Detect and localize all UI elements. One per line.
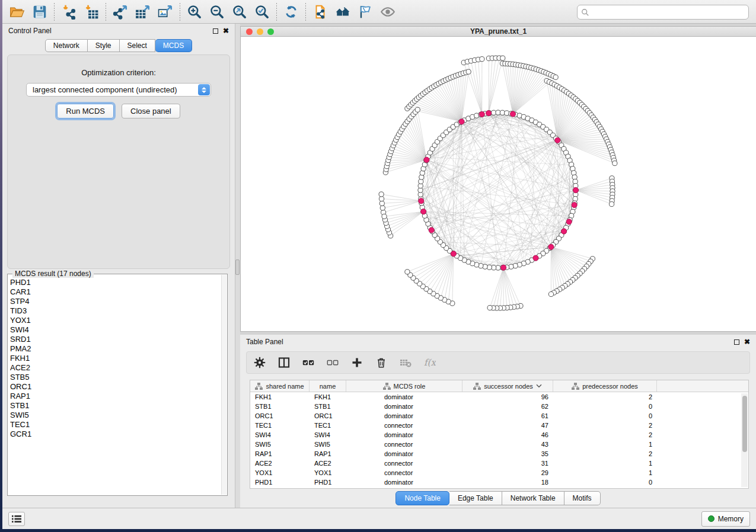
import-network-button[interactable] — [58, 2, 80, 21]
tab-mcds[interactable]: MCDS — [155, 39, 192, 52]
table-scrollbar-thumb[interactable] — [742, 396, 747, 452]
splitter-handle[interactable] — [235, 259, 240, 275]
table-settings-button[interactable] — [253, 355, 267, 370]
result-node-item[interactable]: TID3 — [10, 306, 221, 316]
add-row-button[interactable] — [350, 355, 364, 370]
result-node-item[interactable]: PMA2 — [10, 344, 221, 354]
result-node-item[interactable]: GCR1 — [10, 430, 221, 439]
table-row[interactable]: PHD1PHD1dominator180 — [250, 477, 748, 487]
tab-network[interactable]: Network — [45, 39, 88, 52]
network-node[interactable] — [609, 201, 614, 206]
close-panel-button[interactable]: Close panel — [122, 104, 180, 118]
network-node[interactable] — [419, 175, 424, 180]
zoom-out-button[interactable] — [206, 2, 228, 21]
tab-select[interactable]: Select — [120, 39, 155, 52]
result-node-item[interactable]: FKH1 — [10, 354, 221, 363]
network-node[interactable] — [548, 291, 553, 296]
column-header-MCDS-role[interactable]: MCDS role — [346, 380, 462, 392]
network-node-selected[interactable] — [486, 110, 491, 116]
result-node-item[interactable]: RAP1 — [10, 392, 221, 401]
network-node-selected[interactable] — [548, 244, 554, 249]
result-node-item[interactable]: ORC1 — [10, 382, 221, 392]
network-node-selected[interactable] — [459, 119, 464, 124]
zoom-selected-button[interactable] — [251, 2, 273, 21]
zoom-in-button[interactable] — [183, 2, 206, 21]
network-node-selected[interactable] — [419, 198, 424, 204]
network-node[interactable] — [480, 57, 484, 62]
network-node[interactable] — [613, 161, 617, 165]
network-node[interactable] — [553, 75, 558, 79]
tab-style[interactable]: Style — [88, 39, 120, 52]
close-panel-icon[interactable]: ✖ — [223, 27, 229, 34]
result-node-item[interactable]: CAR1 — [10, 287, 221, 297]
result-node-item[interactable]: SRD1 — [10, 335, 221, 344]
result-node-item[interactable]: YOX1 — [10, 316, 221, 325]
export-table-button[interactable] — [132, 2, 154, 21]
result-node-item[interactable]: STP4 — [10, 297, 221, 306]
network-node-selected[interactable] — [451, 251, 456, 257]
result-node-item[interactable]: ACE2 — [10, 363, 221, 373]
network-node-selected[interactable] — [566, 219, 572, 225]
table-row[interactable]: YOX1YOX1connector291 — [250, 468, 748, 477]
eye-button[interactable] — [377, 2, 399, 21]
column-header-successor-nodes[interactable]: successor nodes — [462, 380, 553, 392]
open-file-button[interactable] — [6, 2, 28, 21]
network-node-selected[interactable] — [510, 111, 515, 117]
export-network-button[interactable] — [109, 2, 132, 21]
table-row[interactable]: RAP1RAP1dominator352 — [250, 449, 748, 459]
table-row[interactable]: STB1STB1dominator620 — [250, 402, 748, 411]
select-all-rows-button[interactable] — [301, 355, 315, 370]
network-node[interactable] — [415, 107, 420, 112]
network-canvas[interactable] — [241, 37, 756, 331]
network-node[interactable] — [379, 201, 384, 206]
delete-table-button[interactable] — [398, 355, 413, 370]
table-scrollbar[interactable] — [741, 393, 748, 487]
result-node-item[interactable]: SWI5 — [10, 411, 221, 420]
network-node-selected[interactable] — [501, 265, 506, 270]
column-header-name[interactable]: name — [310, 380, 346, 392]
houses-button[interactable] — [331, 2, 354, 21]
network-node[interactable] — [483, 264, 487, 269]
network-node[interactable] — [572, 171, 576, 175]
save-session-button[interactable] — [28, 2, 51, 21]
network-node-selected[interactable] — [424, 157, 429, 162]
network-node[interactable] — [466, 69, 471, 74]
network-node[interactable] — [380, 206, 385, 210]
network-node[interactable] — [379, 196, 384, 201]
network-node-selected[interactable] — [420, 209, 426, 214]
float-table-panel-icon[interactable] — [734, 339, 739, 345]
column-header-shared-name[interactable]: shared name — [250, 380, 310, 392]
network-node-selected[interactable] — [429, 227, 434, 233]
table-row[interactable]: ORC1ORC1dominator610 — [250, 411, 748, 421]
network-node-selected[interactable] — [533, 255, 538, 261]
network-node[interactable] — [382, 214, 387, 219]
toggle-columns-button[interactable] — [277, 355, 291, 370]
import-table-button[interactable] — [80, 2, 103, 21]
memory-button[interactable]: Memory — [701, 511, 750, 527]
deselect-all-rows-button[interactable] — [326, 355, 340, 370]
task-history-button[interactable] — [8, 512, 25, 526]
network-node[interactable] — [487, 305, 492, 310]
network-node-selected[interactable] — [572, 202, 577, 207]
run-mcds-button[interactable]: Run MCDS — [57, 104, 114, 118]
network-node-selected[interactable] — [555, 137, 560, 143]
table-row[interactable]: SWI5SWI5connector431 — [250, 440, 748, 449]
network-node-selected[interactable] — [561, 229, 566, 234]
result-node-item[interactable]: STB1 — [10, 401, 221, 411]
function-builder-button[interactable]: f(x) — [423, 355, 437, 370]
result-scrollbar[interactable] — [221, 275, 227, 495]
share-document-button[interactable] — [309, 2, 331, 21]
criterion-dropdown[interactable]: largest connected component (undirected) — [26, 83, 211, 97]
float-panel-icon[interactable] — [213, 28, 218, 34]
result-node-item[interactable]: STB5 — [10, 373, 221, 382]
tab-node-table[interactable]: Node Table — [395, 491, 449, 505]
result-node-item[interactable]: TEC1 — [10, 420, 221, 430]
zoom-fit-button[interactable] — [228, 2, 251, 21]
network-node[interactable] — [379, 192, 384, 197]
delete-row-button[interactable] — [374, 355, 388, 370]
network-node-selected[interactable] — [573, 187, 578, 193]
search-box[interactable] — [577, 5, 749, 20]
result-node-item[interactable]: SWI4 — [10, 325, 221, 335]
network-node[interactable] — [500, 56, 505, 60]
network-node[interactable] — [513, 264, 518, 268]
